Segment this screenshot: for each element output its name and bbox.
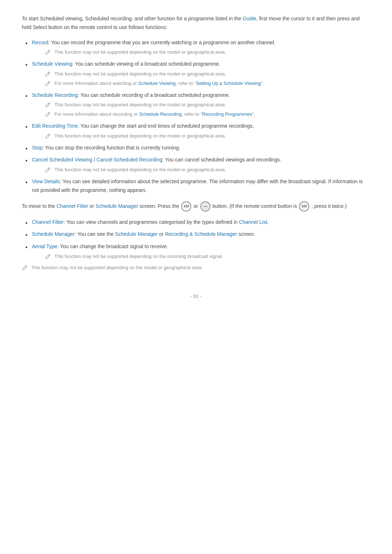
list-item-aerial-type: Aerial Type: You can change the broadcas… [25,242,370,260]
schedule-recording-note-2-text: For more information about recording or … [54,111,255,118]
pencil-icon-9 [22,265,28,271]
schedule-recording-suffix: : You can schedule recording of a broadc… [78,92,230,98]
aerial-type-note-text: This function may not be supported depen… [54,253,223,260]
pencil-icon-7 [45,167,52,173]
schedule-viewing-note-1-text: This function may not be supported depen… [54,70,226,78]
view-details-link[interactable]: View Details [32,178,60,184]
record-note-1: This function may not be supported depen… [32,49,370,56]
channel-filter-item-link[interactable]: Channel Filter [32,219,64,225]
cancel-suffix: : You can cancel scheduled viewings and … [162,157,281,163]
recording-schedule-manager-link[interactable]: Recording & Schedule Manager [165,231,237,237]
pencil-icon-3 [45,81,52,87]
cancel-separator: / [92,157,97,163]
aerial-type-link[interactable]: Aerial Type [32,243,57,249]
pencil-icon-6 [45,133,52,140]
stop-link[interactable]: Stop [32,145,42,151]
page-footer: - 81 - [22,294,370,299]
cancel-scheduled-recording-link[interactable]: Cancel Scheduled Recording [97,157,162,163]
pencil-icon-5 [45,111,52,118]
list-item-stop: Stop: You can stop the recording functio… [25,144,370,152]
record-suffix: : You can record the programme that you … [48,40,275,45]
view-details-suffix: : You can see detailed information about… [32,178,363,193]
pencil-icon-1 [45,49,52,56]
schedule-viewing-link[interactable]: Schedule Viewing [32,61,72,67]
aerial-type-suffix: : You can change the broadcast signal to… [57,243,168,249]
list-item-edit-recording-time: Edit Recording Time: You can change the … [25,122,370,140]
bottom-note-block: This function may not be supported depen… [22,264,370,272]
edit-recording-time-note-1: This function may not be supported depen… [32,132,370,140]
cancel-scheduled-viewing-link[interactable]: Cancel Scheduled Viewing [32,157,92,163]
main-list: Record: You can record the programme tha… [22,38,370,195]
schedule-viewing-link-2[interactable]: Schedule Viewing [138,81,176,86]
aerial-type-note-1: This function may not be supported depen… [32,253,370,260]
channel-filter-link[interactable]: Channel Filter [57,203,88,209]
edit-recording-time-link[interactable]: Edit Recording Time [32,123,78,129]
schedule-manager-link-2[interactable]: Schedule Manager [115,231,158,237]
setting-up-schedule-viewing-link[interactable]: Setting Up a Schedule Viewing [196,81,261,86]
schedule-recording-link[interactable]: Schedule Recording [32,92,78,98]
schedule-viewing-note-2: For more information about watching or S… [32,80,370,87]
list-item-record: Record: You can record the programme tha… [25,38,370,57]
schedule-recording-note-1: This function may not be supported depen… [32,101,370,109]
sub-list: Channel Filter: You can view channels an… [22,218,370,260]
schedule-manager-suffix: : You can see the [75,231,115,237]
schedule-viewing-suffix: : You can schedule viewing of a broadcas… [72,61,220,67]
list-item-schedule-viewing: Schedule Viewing: You can schedule viewi… [25,60,370,87]
list-item-cancel: Cancel Scheduled Viewing / Cancel Schedu… [25,156,370,174]
schedule-recording-note-1-text: This function may not be supported depen… [54,101,226,109]
edit-recording-time-note-1-text: This function may not be supported depen… [54,132,226,140]
list-item-channel-filter: Channel Filter: You can view channels an… [25,218,370,227]
pencil-icon-4 [45,102,52,108]
page-content: To start Scheduled viewing, Scheduled re… [22,15,370,299]
guide-link[interactable]: Guide [243,16,256,21]
record-link[interactable]: Record [32,40,48,45]
list-item-view-details: View Details: You can see detailed infor… [25,177,370,195]
intro-paragraph: To start Scheduled viewing, Scheduled re… [22,15,370,32]
button-123-1: 123 [181,201,191,212]
schedule-manager-item-link[interactable]: Schedule Manager [32,231,75,237]
bottom-note-text: This function may not be supported depen… [31,264,203,272]
move-section-para: To move to the Channel Filter or Schedul… [22,201,370,212]
record-note-1-text: This function may not be supported depen… [54,49,226,56]
list-item-schedule-recording: Schedule Recording: You can schedule rec… [25,91,370,118]
schedule-manager-link[interactable]: Schedule Manager [95,203,138,209]
list-item-schedule-manager: Schedule Manager: You can see the Schedu… [25,230,370,239]
schedule-viewing-note-2-text: For more information about watching or S… [54,80,264,87]
button-dot-1: ··· [200,201,211,212]
page-number: - 81 - [191,294,201,299]
intro-text-before: To start Scheduled viewing, Scheduled re… [22,16,243,21]
cancel-note-1: This function may not be supported depen… [32,166,370,174]
channel-filter-suffix: : You can view channels and programmes c… [64,219,239,225]
schedule-viewing-note-1: This function may not be supported depen… [32,70,370,78]
cancel-note-1-text: This function may not be supported depen… [54,166,226,174]
pencil-icon-8 [45,254,52,260]
button-123-2: 123 [299,201,309,212]
schedule-recording-link-2[interactable]: Schedule Recording [139,111,181,117]
channel-list-link[interactable]: Channel List [239,219,267,225]
edit-recording-time-suffix: : You can change the start and end times… [78,123,254,129]
schedule-recording-note-2: For more information about recording or … [32,111,370,118]
recording-programmes-link[interactable]: Recording Programmes [202,111,252,117]
stop-suffix: : You can stop the recording function th… [42,145,180,151]
pencil-icon-2 [45,71,52,78]
